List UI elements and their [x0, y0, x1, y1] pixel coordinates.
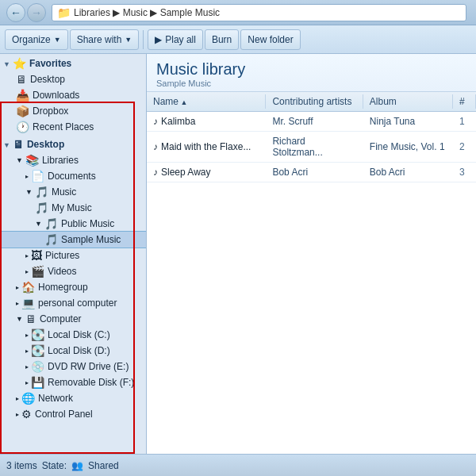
network-icon: 🌐	[21, 392, 35, 405]
computer-icon: 🖥	[25, 313, 36, 325]
cell-artist: Mr. Scruff	[266, 114, 363, 129]
sidebar-computer-label: Computer	[40, 313, 82, 324]
local-d-expand-icon	[25, 347, 29, 355]
toolbar-separator	[143, 30, 144, 49]
sidebar-item-homegroup[interactable]: 🏠 Homegroup	[0, 279, 146, 295]
table-row[interactable]: ♪ Maid with the Flaxe... Richard Stoltzm…	[147, 132, 476, 163]
new-folder-button[interactable]: New folder	[240, 29, 300, 50]
documents-expand-icon	[25, 173, 29, 180]
sidebar: ⭐ Favorites 🖥 Desktop 📥 Downloads 📦 Drop…	[0, 54, 147, 454]
folder-icon: 📁	[57, 6, 71, 19]
address-bar[interactable]: 📁 Libraries ▶ Music ▶ Sample Music	[52, 4, 466, 21]
recent-icon: 🕐	[16, 121, 29, 133]
local-c-icon: 💽	[31, 328, 44, 341]
sidebar-item-documents[interactable]: 📄 Documents	[0, 168, 146, 184]
play-all-button[interactable]: ▶ Play all	[148, 29, 203, 50]
shared-icon: 👥	[71, 460, 83, 471]
cell-name: ♪ Maid with the Flaxe...	[147, 140, 266, 154]
music-file-icon: ♪	[153, 141, 158, 152]
sidebar-item-recent[interactable]: 🕐 Recent Places	[0, 119, 146, 135]
sidebar-removable-label: Removable Disk (F:)	[48, 377, 134, 388]
sidebar-item-dropbox[interactable]: 📦 Dropbox	[0, 103, 146, 119]
burn-button[interactable]: Burn	[205, 29, 239, 50]
sidebar-item-music[interactable]: 🎵 Music	[0, 184, 146, 200]
sidebar-pictures-label: Pictures	[45, 250, 79, 261]
sidebar-desktop-header[interactable]: 🖥 Desktop	[0, 135, 146, 152]
item-count: 3 items	[6, 460, 37, 471]
sidebar-item-desktop-favorites[interactable]: 🖥 Desktop	[0, 71, 146, 87]
sidebar-documents-label: Documents	[48, 171, 96, 182]
content-pane: Music library Sample Music Name Contribu…	[147, 54, 476, 454]
address-text: Libraries ▶ Music ▶ Sample Music	[74, 7, 220, 18]
table-row[interactable]: ♪ Kalimba Mr. Scruff Ninja Tuna 1	[147, 112, 476, 132]
favorites-label: Favorites	[29, 58, 71, 69]
column-num[interactable]: #	[453, 94, 476, 109]
table-row[interactable]: ♪ Sleep Away Bob Acri Bob Acri 3	[147, 163, 476, 182]
play-icon: ▶	[155, 34, 162, 45]
sidebar-item-libraries[interactable]: 📚 Libraries	[0, 152, 146, 168]
cell-artist: Richard Stoltzman...	[266, 134, 363, 159]
organize-chevron-icon: ▼	[54, 36, 61, 44]
toolbar: Organize ▼ Share with ▼ ▶ Play all Burn …	[0, 25, 476, 54]
sidebar-videos-label: Videos	[48, 266, 76, 277]
pictures-icon: 🖼	[31, 249, 42, 262]
sidebar-network-label: Network	[38, 393, 73, 404]
pictures-expand-icon	[25, 252, 29, 259]
main-area: ⭐ Favorites 🖥 Desktop 📥 Downloads 📦 Drop…	[0, 54, 476, 454]
local-c-expand-icon	[25, 332, 29, 339]
sidebar-personal-label: personal computer	[38, 298, 117, 309]
dvd-expand-icon	[25, 363, 29, 370]
sidebar-recent-label: Recent Places	[33, 121, 94, 132]
content-header: Music library Sample Music	[147, 54, 476, 92]
sidebar-item-my-music[interactable]: 🎵 My Music	[0, 200, 146, 216]
back-button[interactable]: ←	[6, 3, 25, 22]
sidebar-item-downloads[interactable]: 📥 Downloads	[0, 87, 146, 103]
title-bar: ← → 📁 Libraries ▶ Music ▶ Sample Music	[0, 0, 476, 25]
sidebar-item-control-panel[interactable]: ⚙ Control Panel	[0, 406, 146, 422]
organize-label: Organize	[12, 34, 51, 45]
sidebar-sample-music-label: Sample Music	[61, 234, 121, 245]
column-artist[interactable]: Contributing artists	[266, 94, 363, 109]
sidebar-favorites-header[interactable]: ⭐ Favorites	[0, 54, 146, 71]
share-with-button[interactable]: Share with ▼	[70, 29, 140, 50]
sidebar-item-sample-music[interactable]: 🎵 Sample Music	[0, 232, 146, 248]
homegroup-icon: 🏠	[21, 281, 35, 294]
favorites-collapse-icon	[3, 60, 10, 68]
sidebar-item-local-c[interactable]: 💽 Local Disk (C:)	[0, 327, 146, 343]
share-chevron-icon: ▼	[125, 36, 132, 44]
personal-icon: 💻	[21, 297, 35, 309]
burn-label: Burn	[212, 34, 232, 45]
sidebar-item-local-d[interactable]: 💽 Local Disk (D:)	[0, 343, 146, 359]
sidebar-dvd-label: DVD RW Drive (E:)	[48, 361, 129, 372]
sidebar-item-personal[interactable]: 💻 personal computer	[0, 295, 146, 311]
forward-button[interactable]: →	[27, 3, 46, 22]
share-label: Share with	[77, 34, 122, 45]
state-label: State:	[42, 460, 67, 471]
cell-num: 3	[453, 165, 476, 179]
public-music-expand-icon	[35, 220, 42, 228]
column-name[interactable]: Name	[147, 94, 266, 109]
videos-icon: 🎬	[31, 265, 44, 278]
play-label: Play all	[165, 34, 196, 45]
sidebar-item-public-music[interactable]: 🎵 Public Music	[0, 216, 146, 232]
sidebar-desktop-label: Desktop	[27, 139, 64, 150]
sidebar-item-videos[interactable]: 🎬 Videos	[0, 263, 146, 279]
sidebar-item-removable[interactable]: 💾 Removable Disk (F:)	[0, 374, 146, 390]
sidebar-item-network[interactable]: 🌐 Network	[0, 390, 146, 406]
table-body: ♪ Kalimba Mr. Scruff Ninja Tuna 1 ♪ Maid…	[147, 112, 476, 454]
music-file-icon: ♪	[153, 167, 158, 178]
organize-button[interactable]: Organize ▼	[5, 29, 68, 50]
music-expand-icon	[25, 188, 33, 196]
sidebar-item-pictures[interactable]: 🖼 Pictures	[0, 248, 146, 263]
sidebar-dropbox-label: Dropbox	[33, 106, 68, 117]
content-subtitle: Sample Music	[156, 79, 466, 88]
cell-artist: Bob Acri	[266, 165, 363, 179]
music-file-icon: ♪	[153, 116, 158, 127]
computer-expand-icon	[16, 315, 23, 323]
sidebar-item-dvd[interactable]: 💿 DVD RW Drive (E:)	[0, 359, 146, 374]
control-expand-icon	[16, 411, 19, 418]
sidebar-item-computer[interactable]: 🖥 Computer	[0, 311, 146, 327]
music-folder-icon: 🎵	[35, 186, 48, 198]
sidebar-public-music-label: Public Music	[61, 218, 114, 229]
column-album[interactable]: Album	[363, 94, 453, 109]
